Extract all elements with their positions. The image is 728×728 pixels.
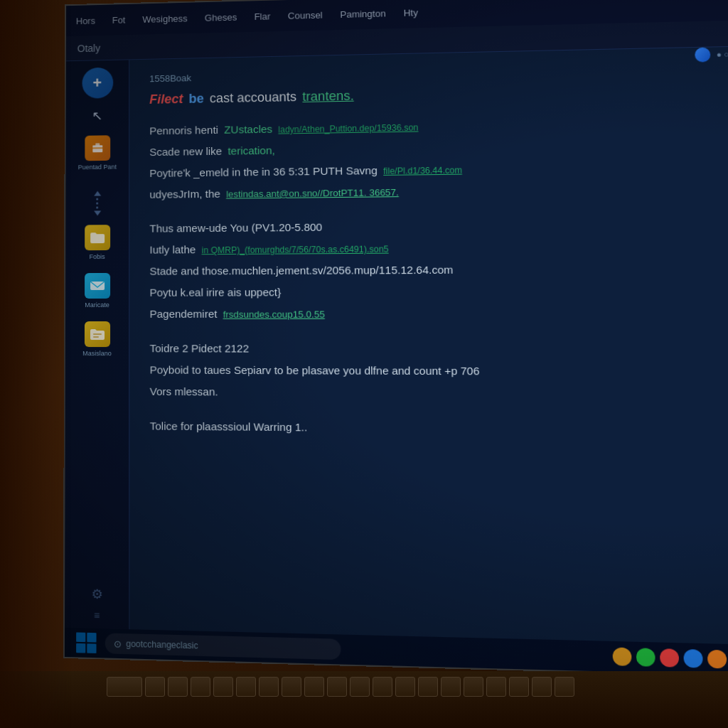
- scroll-up-arrow[interactable]: [94, 191, 101, 196]
- key-20: [555, 677, 574, 697]
- fobis-icon: [85, 225, 110, 250]
- header-indicator: [695, 48, 710, 63]
- line-green-2: terication,: [228, 142, 275, 160]
- sidebar-item-masislano[interactable]: Masislano: [75, 318, 118, 360]
- menu-item-counsel[interactable]: Counsel: [284, 8, 327, 22]
- line-b3-2: Poyboid to taues Sepiarv to be plasave y…: [150, 361, 480, 380]
- cursor-icon: ↖: [92, 108, 102, 124]
- content-line-3-2: Poyboid to taues Sepiarv to be plasave y…: [150, 361, 728, 381]
- title-part2: be: [188, 92, 203, 107]
- title-part4: trantens.: [302, 89, 353, 105]
- content-line-2-2: Iutly lathe in QMRP)_(fomurghds/7/56/70s…: [149, 237, 727, 259]
- line-text-1: Pennoris henti: [149, 122, 218, 139]
- content-block-3: Toidre 2 Pidect 2122 Poyboid to taues Se…: [150, 340, 728, 404]
- key-19: [532, 677, 552, 697]
- menu-item-wesighess[interactable]: Wesighess: [138, 11, 191, 26]
- content-block-4: Tolice for plaasssioul Warring 1..: [150, 417, 728, 440]
- maricate-icon: [85, 273, 110, 299]
- line-b2-url: in QMRP)_(fomurghds/7/56/70s.as.c6491).s…: [202, 242, 389, 257]
- line-b2-url2: frsdsundes.coup15.0.55: [223, 307, 325, 322]
- content-line-3-1: Toidre 2 Pidect 2122: [150, 340, 728, 358]
- taskbar-icon-green[interactable]: [636, 648, 655, 666]
- svg-rect-5: [92, 336, 98, 338]
- line-b3-3: Vors mlessan.: [150, 383, 218, 401]
- key-2: [145, 677, 165, 697]
- masislano-label: Masislano: [82, 350, 112, 358]
- key-3: [168, 677, 188, 697]
- scroll-arrows: [94, 191, 101, 216]
- sidebar-item-puentad[interactable]: Puentad Pant: [76, 132, 119, 174]
- main-content: 1558Boak Filect be cast accouants trante…: [129, 47, 728, 646]
- puentad-label: Puentad Pant: [78, 163, 117, 171]
- content-line-4-1: Tolice for plaasssioul Warring 1..: [150, 417, 728, 440]
- menu-item-pamington[interactable]: Pamington: [336, 6, 390, 21]
- content-line-2-4: Poytu k.eal irire ais uppect}: [149, 282, 728, 301]
- key-9: [304, 677, 324, 697]
- key-15: [441, 677, 461, 697]
- key-14: [418, 677, 438, 697]
- sidebar-menu-icon[interactable]: ≡: [94, 609, 100, 621]
- key-18: [509, 677, 529, 697]
- sidebar-settings-icon[interactable]: ⚙: [91, 586, 102, 602]
- line-text-2: Scade new like: [149, 143, 222, 161]
- taskbar-search-bar[interactable]: ⊙ gootcchangeclasic: [105, 633, 341, 660]
- line-b3-1: Toidre 2 Pidect 2122: [150, 340, 250, 358]
- key-1: [107, 677, 142, 697]
- svg-rect-4: [92, 333, 101, 335]
- search-icon: ⊙: [114, 638, 122, 649]
- key-7: [259, 677, 279, 697]
- sidebar-bottom-icons: ⚙ ≡: [91, 586, 102, 621]
- title-line: Filect be cast accouants trantens.: [149, 82, 724, 107]
- line-url-3: file/Pl.d1/36.44.com: [383, 164, 462, 178]
- key-6: [236, 677, 256, 697]
- taskbar-icon-orange[interactable]: [613, 647, 632, 665]
- fobis-label: Fobis: [90, 253, 105, 261]
- content-line-1-1: Pennoris henti ZUstacles ladyn/Athen_Put…: [149, 113, 724, 139]
- content-line-1-2: Scade new like terication,: [149, 135, 725, 161]
- line-green-1: ZUstacles: [224, 121, 272, 139]
- line-url-1: ladyn/Athen_Puttion.dep/15936.son: [278, 121, 418, 136]
- menu-item-fot[interactable]: Fot: [108, 13, 130, 26]
- title-part3: cast accouants: [210, 90, 296, 106]
- line-text-4: udyesJrIm, the: [149, 186, 220, 203]
- line-b4-1: Tolice for plaasssioul Warring 1..: [150, 417, 308, 436]
- key-8: [282, 677, 301, 697]
- svg-rect-1: [95, 143, 100, 146]
- sidebar-item-maricate[interactable]: Maricate: [76, 269, 119, 312]
- line-b2-1: Thus amew-ude You (PV1.20-5.800: [149, 219, 322, 237]
- taskbar-icon-red[interactable]: [660, 648, 679, 668]
- key-13: [395, 677, 415, 697]
- header-status-text: ● ○: [716, 50, 728, 59]
- key-10: [327, 677, 347, 697]
- content-line-1-4: udyesJrIm, the lestindas.ant@on.sno//Dro…: [149, 180, 726, 203]
- scroll-down-arrow[interactable]: [94, 210, 101, 215]
- windows-logo-icon: [76, 632, 96, 653]
- line-text-3: Poytire'k _emeld in the in 36 5:31 PUTH …: [149, 162, 378, 182]
- taskbar-icon-amber[interactable]: [707, 650, 727, 669]
- taskbar-right-icons: [613, 647, 728, 669]
- address-text: Otaly: [77, 42, 100, 53]
- start-button[interactable]: [73, 629, 100, 656]
- header-info: ● ○: [695, 47, 728, 63]
- puentad-icon: [85, 135, 110, 161]
- line-url-4: lestindas.ant@on.sno//DrotPT11. 36657.: [226, 186, 399, 203]
- content-line-2-5: Pagendemiret frsdsundes.coup15.0.55: [150, 304, 728, 323]
- svg-rect-0: [92, 145, 102, 152]
- sidebar-add-button[interactable]: +: [82, 68, 113, 99]
- line-b2-3: Stade and those.muchlen.jement.sv/2056.m…: [149, 261, 453, 279]
- content-line-2-3: Stade and those.muchlen.jement.sv/2056.m…: [149, 259, 728, 279]
- content-block-2: Thus amew-ude You (PV1.20-5.800 Iutly la…: [149, 215, 728, 323]
- sidebar-item-fobis[interactable]: Fobis: [76, 221, 119, 264]
- menu-item-flar[interactable]: Flar: [250, 9, 274, 23]
- content-line-3-3: Vors mlessan.: [150, 383, 728, 404]
- menu-item-hors[interactable]: Hors: [72, 14, 100, 28]
- menu-item-hty[interactable]: Hty: [399, 6, 422, 20]
- keyboard-area: [0, 671, 728, 728]
- title-part1: Filect: [149, 92, 183, 107]
- key-17: [486, 677, 506, 697]
- line-b2-2: Iutly lathe: [149, 241, 196, 258]
- menu-item-gheses[interactable]: Gheses: [200, 10, 241, 24]
- content-line-2-1: Thus amew-ude You (PV1.20-5.800: [149, 215, 727, 237]
- key-12: [373, 677, 392, 697]
- taskbar-icon-blue[interactable]: [683, 649, 702, 668]
